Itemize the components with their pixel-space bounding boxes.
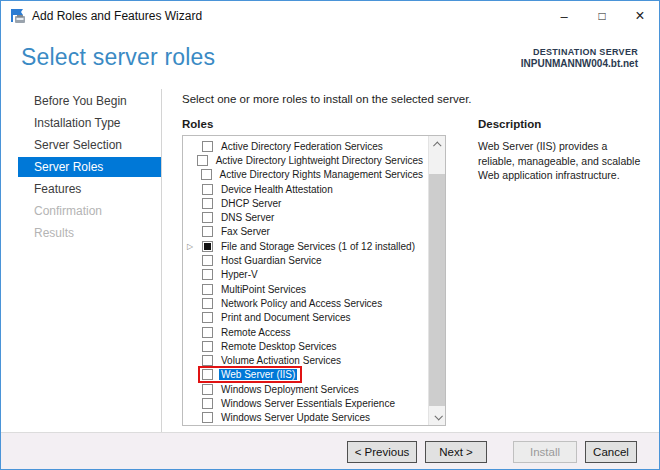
role-checkbox[interactable] [202,184,213,195]
role-checkbox[interactable] [202,398,213,409]
role-row-active-directory-federation-services: Active Directory Federation Services [183,139,428,153]
install-button: Install [513,441,577,463]
roles-scrollbar[interactable] [428,136,445,425]
sidebar-item-features[interactable]: Features [1,179,161,199]
role-checkbox[interactable] [202,384,213,395]
next-button[interactable]: Next > [425,441,487,463]
role-label[interactable]: Active Directory Rights Management Servi… [218,169,425,180]
role-label[interactable]: Fax Server [219,226,272,237]
role-checkbox[interactable] [202,255,213,266]
role-row-dns-server: DNS Server [183,210,428,224]
destination-server-name: INPUNMANNW004.bt.net [521,58,638,71]
sidebar-item-before-you-begin[interactable]: Before You Begin [1,91,161,111]
wizard-window: Add Roles and Features Wizard – □ × Sele… [0,0,660,470]
scroll-down-icon[interactable] [429,408,446,425]
role-row-active-directory-rights-management-services: Active Directory Rights Management Servi… [183,168,428,182]
role-row-windows-deployment-services: Windows Deployment Services [183,382,428,396]
role-checkbox[interactable] [202,198,213,209]
footer-bar: < PreviousNext >InstallCancel [1,432,659,469]
role-label[interactable]: Hyper-V [219,269,260,280]
sidebar-item-confirmation: Confirmation [1,201,161,221]
expander-icon[interactable]: ▷ [187,242,200,251]
role-label[interactable]: DHCP Server [219,198,283,209]
role-checkbox[interactable] [201,169,212,180]
role-label[interactable]: Windows Server Essentials Experience [219,398,397,409]
role-label[interactable]: Active Directory Federation Services [219,141,385,152]
scrollbar-thumb[interactable] [429,174,446,406]
title-bar: Add Roles and Features Wizard – □ × [1,1,659,31]
role-row-remote-access: Remote Access [183,325,428,339]
roles-list-label: Roles [182,118,213,130]
minimize-button[interactable]: – [545,1,583,31]
role-label[interactable]: Remote Access [219,327,292,338]
role-checkbox[interactable] [202,341,213,352]
role-row-windows-server-essentials-experience: Windows Server Essentials Experience [183,396,428,410]
role-label[interactable]: File and Storage Services (1 of 12 insta… [219,241,417,252]
role-checkbox[interactable] [202,369,213,380]
role-row-windows-server-update-services: Windows Server Update Services [183,411,428,425]
role-row-network-policy-and-access-services: Network Policy and Access Services [183,296,428,310]
role-label[interactable]: Remote Desktop Services [219,341,339,352]
role-label[interactable]: Print and Document Services [219,312,353,323]
destination-server-label: DESTINATION SERVER [521,47,638,58]
role-checkbox[interactable] [202,284,213,295]
instruction-text: Select one or more roles to install on t… [182,93,472,105]
role-row-remote-desktop-services: Remote Desktop Services [183,339,428,353]
sidebar-item-server-roles[interactable]: Server Roles [18,157,161,177]
role-label[interactable]: Windows Server Update Services [219,412,372,423]
wizard-nav: Before You BeginInstallation TypeServer … [1,91,161,245]
role-row-fax-server: Fax Server [183,225,428,239]
role-checkbox[interactable] [202,141,213,152]
role-label[interactable]: Active Directory Lightweight Directory S… [214,155,425,166]
role-label[interactable]: Network Policy and Access Services [219,298,384,309]
page-title: Select server roles [21,44,215,71]
previous-button[interactable]: < Previous [347,441,417,463]
role-checkbox[interactable] [202,298,213,309]
role-checkbox[interactable] [202,226,213,237]
roles-listbox: Active Directory Federation Services Act… [182,135,446,426]
role-row-print-and-document-services: Print and Document Services [183,311,428,325]
role-label[interactable]: Device Health Attestation [219,184,335,195]
role-checkbox[interactable] [202,212,213,223]
role-row-volume-activation-services: Volume Activation Services [183,353,428,367]
server-manager-icon [10,8,26,24]
role-checkbox[interactable] [202,412,213,423]
role-label[interactable]: Volume Activation Services [219,355,343,366]
window-title: Add Roles and Features Wizard [32,9,202,23]
sidebar-item-results: Results [1,223,161,243]
role-checkbox[interactable] [202,269,213,280]
role-row-web-server-iis: Web Server (IIS) [183,368,428,382]
maximize-button[interactable]: □ [583,1,621,31]
sidebar-item-installation-type[interactable]: Installation Type [1,113,161,133]
role-row-multipoint-services: MultiPoint Services [183,282,428,296]
nav-content-divider [161,89,162,434]
role-label[interactable]: Host Guardian Service [219,255,324,266]
role-label[interactable]: DNS Server [219,212,276,223]
close-button[interactable]: × [621,1,659,31]
sidebar-item-server-selection[interactable]: Server Selection [1,135,161,155]
scroll-up-icon[interactable] [429,136,446,153]
role-row-hyper-v: Hyper-V [183,268,428,282]
role-checkbox[interactable] [202,312,213,323]
role-label[interactable]: Web Server (IIS) [219,369,297,380]
role-checkbox[interactable] [202,355,213,366]
role-label[interactable]: Windows Deployment Services [219,384,361,395]
cancel-button[interactable]: Cancel [585,441,637,463]
destination-server-block: DESTINATION SERVER INPUNMANNW004.bt.net [521,47,638,71]
description-label: Description [478,118,541,130]
description-text: Web Server (IIS) provides a reliable, ma… [478,139,646,183]
role-label[interactable]: MultiPoint Services [219,284,308,295]
role-checkbox[interactable] [202,327,213,338]
role-row-host-guardian-service: Host Guardian Service [183,253,428,267]
role-checkbox[interactable] [202,241,213,252]
role-row-active-directory-lightweight-directory-services: Active Directory Lightweight Directory S… [183,153,428,167]
role-row-file-and-storage-services-1-of-12-installed: ▷ File and Storage Services (1 of 12 ins… [183,239,428,253]
role-row-dhcp-server: DHCP Server [183,196,428,210]
role-checkbox[interactable] [197,155,208,166]
role-row-device-health-attestation: Device Health Attestation [183,182,428,196]
